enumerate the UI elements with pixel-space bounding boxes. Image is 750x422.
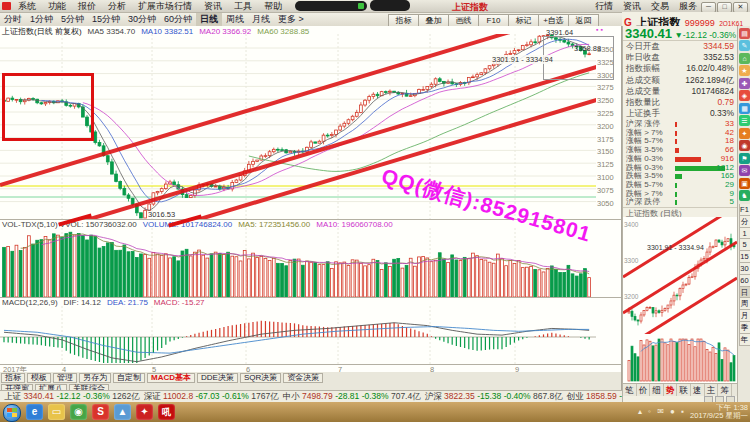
- status-val: 沪深: [425, 391, 444, 401]
- quote-value: 101746824: [691, 86, 734, 97]
- header-link-交易[interactable]: 交易: [646, 0, 674, 12]
- tab-SQR决策[interactable]: SQR决策: [240, 373, 281, 383]
- status-val: -0.36%: [83, 391, 112, 401]
- period-周线[interactable]: 周线: [222, 13, 248, 26]
- tool-icon[interactable]: ♞: [739, 190, 750, 201]
- strip-period-周[interactable]: 周: [739, 298, 750, 310]
- menu-item-工具[interactable]: 工具: [228, 0, 258, 12]
- status-val: -67.03: [196, 391, 222, 401]
- status-val: 中小: [283, 391, 302, 401]
- period-60分钟[interactable]: 60分钟: [160, 13, 196, 26]
- stat-row-沪深 跌停: 沪深 跌停5: [623, 198, 737, 207]
- period-5分钟[interactable]: 5分钟: [57, 13, 88, 26]
- tool-icon[interactable]: ★: [739, 65, 750, 76]
- tool-icon[interactable]: ☰: [739, 115, 750, 126]
- sogou-icon[interactable]: S: [92, 404, 109, 420]
- tool-icon[interactable]: ✚: [739, 78, 750, 89]
- browser-360-icon[interactable]: ◉: [70, 404, 87, 420]
- menu-item-报价[interactable]: 报价: [72, 0, 102, 12]
- mini-range-label: 3301.91 - 3334.94: [647, 244, 704, 251]
- strip-period-季[interactable]: 季: [739, 322, 750, 334]
- menu-item-资讯[interactable]: 资讯: [198, 0, 228, 12]
- tool-icon[interactable]: ✉: [739, 165, 750, 176]
- tool-icon[interactable]: ▦: [739, 103, 750, 114]
- mini-kline-chart[interactable]: 340033003200: [623, 217, 737, 334]
- tab-自定制[interactable]: 自定制: [113, 373, 145, 383]
- ie-icon[interactable]: e: [26, 404, 43, 420]
- y-axis-label: 3050: [597, 199, 621, 208]
- period-月线[interactable]: 月线: [248, 13, 274, 26]
- header-link-行情[interactable]: 行情: [590, 0, 618, 12]
- peak-price-label: 3391.64: [546, 28, 573, 37]
- period-日线[interactable]: 日线: [196, 13, 222, 26]
- status-val: -0.61%: [222, 391, 251, 401]
- menu-item-帮助[interactable]: 帮助: [258, 0, 288, 12]
- quote-row-总成交量: 总成交量101746824: [623, 86, 737, 97]
- taskbar-clock[interactable]: 下午 1:38 2017/9/25 星期一: [690, 404, 748, 420]
- menu-item-系统[interactable]: 系统: [12, 0, 42, 12]
- macd-chart[interactable]: [0, 306, 596, 365]
- drawn-red-box[interactable]: [2, 73, 94, 141]
- chart-area[interactable]: 上证指数(日线 前复权)MA5 3354.70MA10 3382.51MA20 …: [0, 26, 622, 390]
- strip-period-月[interactable]: 月: [739, 310, 750, 322]
- strip-period-日[interactable]: 日: [739, 287, 750, 299]
- period-15分钟[interactable]: 15分钟: [88, 13, 124, 26]
- volume-chart[interactable]: [0, 228, 596, 297]
- tool-icon[interactable]: ▣: [739, 178, 750, 189]
- tool-icon[interactable]: ▤: [739, 28, 750, 39]
- folder-icon[interactable]: ▭: [48, 404, 65, 420]
- tab-MACD基本[interactable]: MACD基本: [147, 373, 195, 383]
- stat-bar: [675, 183, 677, 188]
- strip-period-15[interactable]: 15: [739, 251, 750, 263]
- period-30分钟[interactable]: 30分钟: [124, 13, 160, 26]
- hou-app-icon[interactable]: 吼: [158, 404, 175, 420]
- strip-period-分[interactable]: 分: [739, 216, 750, 228]
- mini-volume-chart[interactable]: [623, 334, 737, 383]
- y-axis-label: 3150: [597, 147, 621, 156]
- status-val: 1858.59: [586, 391, 619, 401]
- indicator-tabs: 指标模板管理另存为自定制MACD基本DDE决策SQR决策资金决策 开弹窗扩展八关…: [0, 372, 621, 390]
- period-更多 >[interactable]: 更多 >: [274, 13, 308, 26]
- y-axis-label: 3225: [597, 109, 621, 118]
- tool-icon[interactable]: ⚑: [739, 153, 750, 164]
- tab-模板[interactable]: 模板: [27, 373, 51, 383]
- strip-period-1[interactable]: 1: [739, 228, 750, 240]
- strip-period-60[interactable]: 60: [739, 275, 750, 287]
- status-val: 1767亿: [251, 391, 278, 401]
- start-button[interactable]: [3, 404, 21, 422]
- tool-buttons: 指标叠加画线F10标记+自选返回: [388, 13, 599, 26]
- period-1分钟[interactable]: 1分钟: [26, 13, 57, 26]
- tool-icon[interactable]: ◉: [739, 140, 750, 151]
- strip-period-5[interactable]: 5: [739, 239, 750, 251]
- quote-value: 16.02/0.48%: [686, 63, 734, 74]
- tab-指标[interactable]: 指标: [1, 373, 25, 383]
- quote-row-指数量比: 指数量比0.79: [623, 97, 737, 108]
- system-tray[interactable]: ▴ ◦ ✉ ● ▪: [638, 407, 686, 416]
- header-link-服务[interactable]: 服务: [674, 0, 702, 12]
- status-val: 3340.41: [23, 391, 56, 401]
- stock-app-icon[interactable]: ✦: [136, 404, 153, 420]
- status-val: 11002.8: [163, 391, 195, 401]
- gallery-icon[interactable]: ▲: [114, 404, 131, 420]
- tab-另存为[interactable]: 另存为: [79, 373, 111, 383]
- header-link-资讯[interactable]: 资讯: [618, 0, 646, 12]
- tab-管理[interactable]: 管理: [53, 373, 77, 383]
- tool-icon[interactable]: ✎: [739, 40, 750, 51]
- strip-period-F1[interactable]: F1: [739, 204, 750, 216]
- menu-item-功能[interactable]: 功能: [42, 0, 72, 12]
- stat-bar: [675, 131, 677, 136]
- tool-icon[interactable]: ⌂: [739, 53, 750, 64]
- tab-资金决策[interactable]: 资金决策: [283, 373, 323, 383]
- strip-period-30[interactable]: 30: [739, 263, 750, 275]
- quote-value: 0.33%: [710, 108, 734, 119]
- period-分时[interactable]: 分时: [0, 13, 26, 26]
- tab-DDE决策[interactable]: DDE决策: [197, 373, 238, 383]
- strip-period-年[interactable]: 年: [739, 334, 750, 346]
- stat-bar: [675, 157, 701, 162]
- status-val: -0.38%: [362, 391, 391, 401]
- menu-item-分析[interactable]: 分析: [102, 0, 132, 12]
- tool-icon[interactable]: ◈: [739, 90, 750, 101]
- period-bar: 分时1分钟5分钟15分钟30分钟60分钟日线周线月线更多 >: [0, 14, 308, 24]
- tool-icon[interactable]: ✦: [739, 128, 750, 139]
- menu-item-扩展市场行情[interactable]: 扩展市场行情: [132, 0, 198, 12]
